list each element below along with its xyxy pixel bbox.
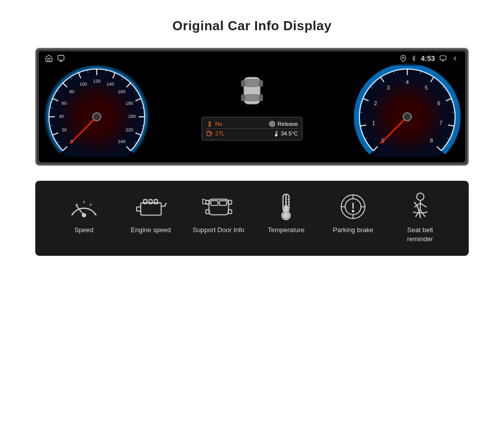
back-icon	[451, 55, 459, 62]
car-icon-container	[237, 70, 267, 113]
feature-parking-brake: Parking brake	[328, 193, 379, 235]
svg-point-15	[269, 121, 275, 127]
svg-point-62	[352, 210, 354, 212]
svg-rect-42	[219, 200, 226, 205]
status-time: 4:53	[421, 54, 435, 62]
svg-rect-8	[246, 80, 259, 87]
door-icon-wrapper	[201, 193, 236, 221]
fuel-info: 27L	[206, 130, 224, 137]
svg-point-63	[416, 193, 423, 200]
temperature-value: 34.5°C	[281, 130, 298, 136]
svg-rect-40	[209, 199, 228, 215]
bluetooth-icon	[411, 55, 417, 62]
svg-rect-13	[259, 95, 263, 101]
svg-rect-11	[259, 81, 263, 87]
temp-info: 34.5°C	[274, 130, 298, 137]
engine-icon	[135, 194, 167, 220]
parking-brake-icon	[339, 193, 367, 221]
svg-rect-18	[207, 131, 211, 135]
info-panel: No Release	[202, 117, 302, 140]
screen-icon	[439, 55, 447, 62]
feature-temperature: Temperature	[261, 193, 311, 235]
seatbelt-row: No Release	[206, 119, 298, 129]
engine-icon-wrapper	[133, 193, 168, 221]
svg-rect-41	[211, 200, 218, 205]
car-door-icon	[201, 194, 236, 220]
features-section: Speed Engine speed	[35, 181, 469, 256]
svg-point-54	[283, 212, 289, 218]
fuel-level: 27L	[215, 130, 224, 136]
thermometer-icon	[277, 193, 295, 221]
temperature-icon-wrapper	[269, 193, 304, 221]
svg-rect-0	[58, 55, 64, 60]
status-bar-left	[45, 54, 65, 62]
brake-icon-info	[269, 120, 276, 127]
speed-icon-wrapper	[66, 193, 101, 221]
feature-seatbelt: Seat belt reminder	[395, 193, 446, 244]
fuel-icon	[206, 130, 213, 137]
speed-label: Speed	[75, 226, 94, 235]
brake-info: Release	[269, 120, 298, 127]
home-icon	[45, 54, 53, 62]
svg-point-29	[82, 214, 86, 217]
status-bar: 4:53	[39, 51, 465, 65]
svg-rect-10	[241, 81, 245, 87]
seatbelt-icon-wrapper	[403, 193, 438, 221]
svg-point-20	[275, 134, 277, 136]
door-info-label: Support Door Info	[193, 226, 244, 235]
fuel-temp-row: 27L 34.5°C	[206, 129, 298, 138]
center-display: No Release	[197, 65, 307, 140]
parking-brake-label: Parking brake	[333, 226, 373, 235]
media-icon	[57, 54, 65, 62]
svg-point-16	[271, 123, 273, 125]
engine-speed-label: Engine speed	[131, 226, 171, 235]
brake-status: Release	[278, 121, 298, 127]
rpm-gauge	[334, 51, 465, 157]
car-top-view-icon	[237, 70, 267, 111]
svg-rect-9	[246, 95, 259, 101]
temperature-label: Temperature	[268, 226, 304, 235]
seatbelt-info: No	[206, 120, 222, 127]
status-bar-right: 4:53	[400, 54, 459, 62]
svg-rect-30	[141, 202, 161, 215]
feature-engine-speed: Engine speed	[125, 193, 176, 235]
svg-line-66	[420, 203, 426, 207]
svg-point-14	[209, 122, 211, 124]
seatbelt-icon	[206, 120, 213, 127]
feature-door-info: Support Door Info	[193, 193, 244, 235]
seatbelt-label: Seat belt reminder	[407, 226, 433, 244]
feature-speed: Speed	[58, 193, 109, 235]
speedometer-icon	[68, 194, 100, 220]
temp-icon	[274, 130, 279, 137]
svg-rect-12	[241, 95, 245, 101]
dashboard-wrapper: 4:53	[35, 48, 469, 166]
dashboard-inner: 4:53	[39, 51, 465, 162]
parking-brake-icon-wrapper	[336, 193, 371, 221]
svg-rect-53	[285, 206, 288, 211]
speed-gauge	[39, 51, 170, 157]
location-icon	[400, 55, 407, 62]
svg-line-26	[90, 203, 91, 205]
seatbelt-status: No	[215, 121, 222, 127]
seatbelt-reminder-icon	[408, 192, 433, 222]
page-title: Original Car Info Display	[172, 18, 332, 34]
svg-rect-4	[440, 56, 446, 60]
svg-point-3	[402, 57, 404, 59]
